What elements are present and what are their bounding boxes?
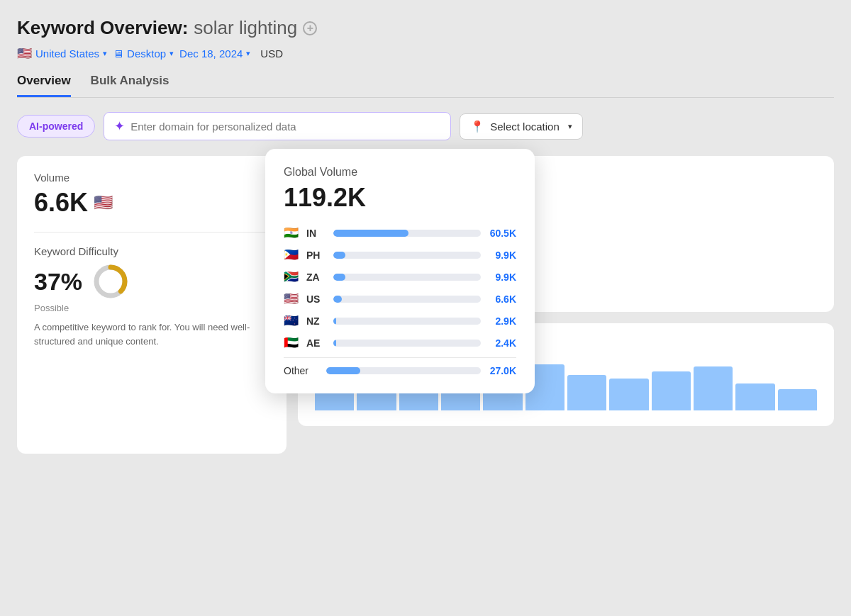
trend-bar — [609, 379, 648, 410]
country-bar-fill — [333, 318, 336, 325]
country-flag: 🇵🇭 — [284, 247, 299, 262]
country-bar-bg — [333, 318, 481, 325]
sparkle-icon: ✦ — [114, 118, 125, 134]
country-value: 2.4K — [488, 337, 516, 349]
country-bar-fill — [333, 252, 345, 259]
country-code: PH — [306, 250, 326, 261]
tab-overview[interactable]: Overview — [17, 74, 71, 97]
date-chevron-icon: ▾ — [246, 49, 250, 58]
location-select-button[interactable]: 📍 Select location ▾ — [460, 113, 583, 140]
country-row: 🇵🇭 PH 9.9K — [284, 247, 516, 262]
other-label: Other — [284, 365, 319, 376]
trend-bar — [735, 383, 774, 410]
volume-flag: 🇺🇸 — [94, 194, 113, 212]
other-bar-bg — [326, 367, 481, 374]
trend-bar — [778, 389, 817, 410]
location-chevron-icon: ▾ — [103, 49, 107, 58]
country-row: 🇳🇿 NZ 2.9K — [284, 313, 516, 328]
location-name: United States — [35, 47, 99, 60]
country-bar-fill — [333, 274, 345, 281]
kd-value-row: 37% — [34, 263, 269, 300]
device-selector[interactable]: 🖥 Desktop ▾ — [113, 47, 174, 60]
device-chevron-icon: ▾ — [169, 49, 174, 58]
country-flag: 🇦🇪 — [284, 335, 299, 350]
country-code: NZ — [306, 315, 326, 327]
country-bar-fill — [333, 230, 408, 237]
header-section: Keyword Overview: solar lighting + 🇺🇸 Un… — [17, 17, 834, 61]
kd-label: Keyword Difficulty — [34, 245, 269, 257]
location-selector[interactable]: 🇺🇸 United States ▾ — [17, 46, 107, 61]
location-flag: 🇺🇸 — [17, 46, 32, 61]
country-bar-fill — [333, 296, 342, 303]
country-bar-bg — [333, 252, 481, 259]
country-flag: 🇿🇦 — [284, 269, 299, 284]
country-rows: 🇮🇳 IN 60.5K 🇵🇭 PH 9.9K 🇿🇦 ZA 9.9K 🇺🇸 US — [284, 225, 516, 350]
tab-bulk-analysis[interactable]: Bulk Analysis — [91, 74, 169, 97]
country-row: 🇺🇸 US 6.6K — [284, 291, 516, 306]
card-divider — [34, 232, 269, 233]
country-bar-bg — [333, 340, 481, 347]
other-bar-fill — [326, 367, 360, 374]
add-keyword-icon[interactable]: + — [303, 21, 317, 35]
other-row: Other 27.0K — [284, 365, 516, 376]
title-prefix: Keyword Overview: — [17, 17, 188, 39]
device-icon: 🖥 — [113, 47, 123, 60]
domain-input-wrapper[interactable]: ✦ — [104, 112, 451, 140]
trend-bar — [567, 375, 606, 410]
currency-label: USD — [260, 47, 283, 60]
date-selector[interactable]: Dec 18, 2024 ▾ — [179, 47, 250, 60]
device-name: Desktop — [127, 47, 166, 60]
country-row: 🇿🇦 ZA 9.9K — [284, 269, 516, 284]
domain-input[interactable] — [130, 121, 440, 133]
meta-row: 🇺🇸 United States ▾ 🖥 Desktop ▾ Dec 18, 2… — [17, 46, 834, 61]
volume-value: 6.6K 🇺🇸 — [34, 188, 269, 218]
country-flag: 🇳🇿 — [284, 313, 299, 328]
country-value: 6.6K — [488, 293, 516, 305]
country-flag: 🇺🇸 — [284, 291, 299, 306]
volume-label: Volume — [34, 172, 269, 184]
country-value: 60.5K — [488, 228, 516, 239]
country-bar-bg — [333, 274, 481, 281]
location-pin-icon: 📍 — [470, 120, 484, 133]
location-select-chevron-icon: ▾ — [568, 122, 572, 131]
kd-percent: 37% — [34, 268, 82, 296]
popup-divider — [284, 357, 516, 358]
page-title: Keyword Overview: solar lighting + — [17, 17, 834, 39]
trend-bar — [652, 371, 691, 410]
country-row: 🇦🇪 AE 2.4K — [284, 335, 516, 350]
country-row: 🇮🇳 IN 60.5K — [284, 225, 516, 240]
trend-bar — [315, 391, 354, 410]
page-wrapper: Keyword Overview: solar lighting + 🇺🇸 Un… — [17, 17, 834, 454]
country-value: 9.9K — [488, 271, 516, 283]
toolbar-row: AI-powered ✦ 📍 Select location ▾ — [17, 112, 834, 140]
popup-title: Global Volume — [284, 166, 516, 179]
popup-value: 119.2K — [284, 183, 516, 213]
country-bar-bg — [333, 296, 481, 303]
date-value: Dec 18, 2024 — [179, 47, 243, 60]
kd-possible-label: Possible — [34, 303, 269, 313]
metrics-card: Volume 6.6K 🇺🇸 Keyword Difficulty 37% Po… — [17, 156, 287, 454]
other-value: 27.0K — [488, 365, 516, 376]
kd-description: A competitive keyword to rank for. You w… — [34, 320, 269, 348]
trend-bar — [694, 366, 733, 410]
country-code: US — [306, 293, 326, 305]
country-value: 2.9K — [488, 315, 516, 327]
country-value: 9.9K — [488, 250, 516, 261]
country-code: ZA — [306, 271, 326, 283]
country-code: AE — [306, 337, 326, 349]
volume-number: 6.6K — [34, 188, 88, 218]
kd-donut — [92, 263, 129, 300]
location-select-label: Select location — [490, 121, 560, 133]
country-flag: 🇮🇳 — [284, 225, 299, 240]
country-bar-bg — [333, 230, 481, 237]
ai-badge: AI-powered — [17, 115, 95, 138]
global-volume-popup: Global Volume 119.2K 🇮🇳 IN 60.5K 🇵🇭 PH 9… — [265, 149, 535, 393]
country-bar-fill — [333, 340, 336, 347]
country-code: IN — [306, 228, 326, 239]
keyword-text: solar lighting — [194, 17, 297, 39]
tabs-row: Overview Bulk Analysis — [17, 74, 834, 98]
cards-row: Volume 6.6K 🇺🇸 Keyword Difficulty 37% Po… — [17, 156, 834, 454]
